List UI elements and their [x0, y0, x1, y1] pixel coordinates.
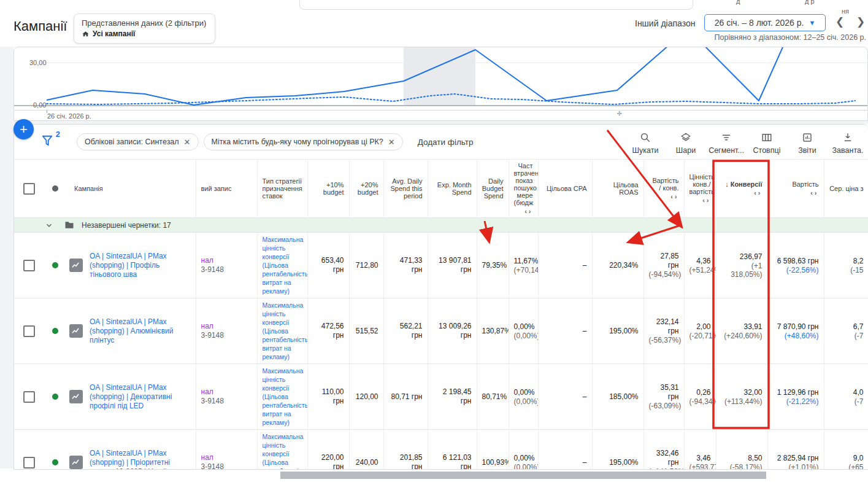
chart-resize-handle[interactable]: ✣: [617, 111, 622, 117]
campaign-type-icon: [69, 258, 83, 272]
cell-cost: 2 825,94 грн(+1,01%): [767, 430, 824, 470]
cell-exp-month: 6 121,03 грн: [428, 430, 477, 470]
conversions-header-text: Конверсії: [731, 181, 762, 188]
b20-column-header[interactable]: +20% budget: [349, 160, 383, 218]
bid-strategy-link[interactable]: Максимальна цінність конверсії (Цільова …: [263, 301, 308, 360]
row-checkbox[interactable]: [23, 457, 35, 468]
cell-cost: 6 598,63 грн(-22,56%): [767, 233, 824, 298]
status-enabled-dot[interactable]: [52, 328, 58, 334]
data-view-card[interactable]: Представлення даних (2 фільтри) Усі камп…: [74, 14, 215, 44]
compare-icon: ‹›: [689, 196, 711, 204]
row-checkbox[interactable]: [23, 325, 35, 337]
cell-cost: 7 870,90 грн(+48,60%): [767, 298, 824, 364]
avg-price-column-header[interactable]: Сер. ціна з: [824, 160, 868, 218]
cell-avg-daily: 80,71 грн: [383, 364, 428, 430]
cell-exp-month: 13 907,81 грн: [428, 233, 477, 298]
remove-filter-icon[interactable]: ✕: [184, 138, 191, 147]
campaign-column-header[interactable]: Кампанія: [74, 185, 103, 192]
cutoff-text-fragment: д р: [805, 0, 815, 5]
reports-icon: [802, 132, 813, 143]
row-checkbox[interactable]: [23, 260, 35, 271]
campaign-name-link[interactable]: OA | SintezalUA | PMax (shopping) | Проф…: [90, 252, 191, 279]
prev-range-button[interactable]: ❮: [835, 15, 844, 28]
sort-desc-icon: ↓: [725, 181, 729, 188]
add-filter-button[interactable]: Додати фільтр: [418, 138, 474, 147]
lost-is-header-text: Част втрачен показ пошуко мере (бюдж: [514, 162, 533, 206]
cost-column-header[interactable]: Вартість ‹›: [767, 160, 824, 218]
cell-cost-per-conv: 332,46 грн(+141,50%): [643, 430, 684, 470]
campaign-name-link[interactable]: OA | SintezalUA | PMax (shopping) | Алюм…: [90, 317, 191, 345]
segment-button[interactable]: Сегмент...: [706, 132, 747, 155]
cell-b10: 110,00 грн: [307, 364, 349, 430]
cell-lost-is: 0,00%(0,00%): [509, 430, 538, 470]
remove-filter-icon[interactable]: ✕: [388, 138, 395, 147]
cell-daily-budget: 130,87%: [477, 298, 509, 364]
chevron-down-icon[interactable]: [45, 221, 53, 230]
y-axis-min-label: 0,00: [33, 101, 46, 109]
filter-chip-accounts[interactable]: Облікові записи: Синтезал ✕: [77, 133, 199, 150]
compare-icon: ‹›: [721, 189, 762, 196]
drafts-label: Незавершені чернетки: 17: [82, 221, 171, 230]
cutoff-text-fragment: д: [736, 0, 740, 5]
cell-b10: 653,40 грн: [307, 233, 349, 298]
lost-is-column-header[interactable]: Част втрачен показ пошуко мере (бюдж ‹›: [509, 160, 538, 218]
compare-icon: ‹›: [773, 189, 819, 196]
conv-value-cost-column-header[interactable]: Цінність конв./ вартість ‹›: [684, 160, 716, 218]
row-checkbox[interactable]: [23, 391, 35, 403]
campaigns-table: Кампанія вий запис Тип стратегії признач…: [14, 160, 868, 470]
filter-chip-label-contains[interactable]: Мітка містить будь-яку чому проігнорував…: [204, 133, 403, 150]
cell-daily-budget: 79,35%: [477, 233, 509, 298]
bid-strategy-link[interactable]: Максимальна цінність конверсії (Цільова …: [263, 367, 308, 426]
date-range-picker[interactable]: 26 січ. – 8 лют. 2026 р. ▼: [704, 14, 826, 31]
segment-label: Сегмент...: [709, 146, 744, 155]
columns-button[interactable]: Стовпці: [747, 132, 787, 155]
status-enabled-dot[interactable]: [52, 394, 58, 400]
filter-funnel-icon: [41, 134, 55, 147]
campaign-name-link[interactable]: OA | SintezalUA | PMax (shopping) | Деко…: [90, 383, 191, 411]
filter-chip-label: Облікові записи: Синтезал: [85, 138, 179, 146]
search-button[interactable]: Шукати: [625, 132, 666, 155]
cell-target-cpa: –: [538, 233, 592, 298]
status-dot-header[interactable]: [52, 185, 58, 192]
b10-column-header[interactable]: +10% budget: [307, 160, 349, 218]
strategy-column-header[interactable]: Тип стратегії призначення ставок: [257, 160, 307, 218]
campaign-name-link[interactable]: OA | SintezalUA | PMax (shopping) | Пріо…: [90, 449, 191, 470]
cell-target-roas: 185,00%: [592, 364, 643, 430]
status-enabled-dot[interactable]: [52, 262, 58, 268]
cell-lost-is: 0,00%(0,00%): [509, 298, 538, 364]
conversions-column-header[interactable]: ↓ Конверсії ‹›: [716, 160, 767, 218]
cell-target-cpa: –: [538, 298, 592, 364]
campaign-row: OA | SintezalUA | PMax (shopping) | Деко…: [14, 364, 868, 430]
filter-funnel-button[interactable]: 2: [41, 134, 55, 149]
cell-avg-daily: 471,33 грн: [383, 233, 428, 298]
cell-target-roas: 195,00%: [592, 298, 643, 364]
horizontal-scrollbar-thumb[interactable]: [280, 472, 766, 479]
cell-value-per-cost: 3,46(+593,77%): [684, 430, 716, 470]
status-enabled-dot[interactable]: [52, 459, 58, 465]
target-cpa-column-header[interactable]: Цільова CPA: [538, 160, 592, 218]
add-campaign-fab[interactable]: +: [13, 119, 34, 139]
next-range-button[interactable]: ❯: [856, 15, 865, 28]
cell-avg-price: 9,0(+65: [824, 430, 868, 470]
reports-button[interactable]: Звіти: [787, 132, 828, 155]
cell-b20: 515,52: [349, 298, 383, 364]
compare-range-text: Порівняно з діапазоном: 12–25 січ. 2026 …: [715, 33, 866, 42]
target-roas-column-header[interactable]: Цільова ROAS: [592, 160, 643, 218]
compare-icon: ‹›: [649, 193, 679, 200]
exp-month-spend-column-header[interactable]: Exp. Month Spend: [428, 160, 477, 218]
bid-strategy-link[interactable]: Максимальна цінність конверсії (Цільова …: [263, 433, 308, 470]
bid-strategy-link[interactable]: Максимальна цінність конверсії (Цільова …: [263, 236, 308, 295]
layers-button[interactable]: Шари: [666, 132, 706, 155]
y-axis-max-label: 30,00: [29, 59, 47, 66]
cell-cost-per-conv: 35,31 грн(-63,09%): [643, 364, 684, 430]
cost-per-conv-column-header[interactable]: Вартість / конв. ‹›: [643, 160, 684, 218]
select-all-checkbox[interactable]: [23, 183, 35, 195]
drafts-group-row[interactable]: Незавершені чернетки: 17: [14, 218, 868, 233]
account-column-header[interactable]: вий запис: [196, 160, 257, 218]
campaign-row: OA | SintezalUA | PMax (shopping) | Пріо…: [14, 430, 868, 470]
daily-budget-spend-column-header[interactable]: Daily Budget Spend: [477, 160, 509, 218]
account-name: нал: [201, 387, 252, 397]
avg-daily-spend-column-header[interactable]: Avg. Daily Spend this period: [383, 160, 428, 218]
download-button[interactable]: Заванта.: [828, 132, 868, 155]
cell-value-per-cost: 4,36(+51,24%): [684, 233, 716, 298]
